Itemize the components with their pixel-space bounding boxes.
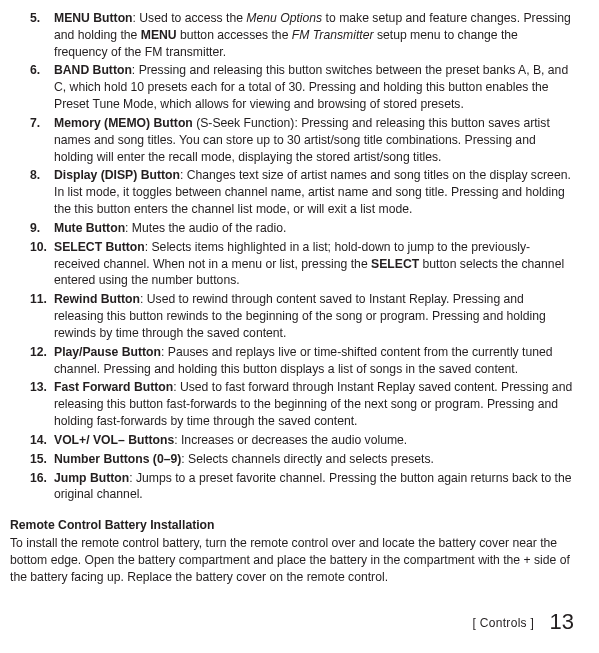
item-title: Fast Forward Button — [54, 380, 173, 394]
item-title: BAND Button — [54, 63, 132, 77]
section-body: To install the remote control battery, t… — [10, 535, 574, 585]
list-item: 10. SELECT Button: Selects items highlig… — [30, 239, 574, 289]
page-footer: [ Controls ] 13 — [473, 607, 574, 637]
item-title: Number Buttons (0–9) — [54, 452, 181, 466]
item-number: 9. — [30, 220, 40, 237]
item-title: MENU Button — [54, 11, 133, 25]
item-body: Memory (MEMO) Button (S-Seek Function): … — [54, 115, 574, 165]
numbered-list: 5. MENU Button: Used to access the Menu … — [30, 10, 574, 503]
item-body: Mute Button: Mutes the audio of the radi… — [54, 220, 574, 237]
list-item: 7. Memory (MEMO) Button (S-Seek Function… — [30, 115, 574, 165]
item-title: Jump Button — [54, 471, 129, 485]
item-body: Play/Pause Button: Pauses and replays li… — [54, 344, 574, 378]
item-number: 16. — [30, 470, 47, 487]
section-title: Remote Control Battery Installation — [10, 517, 574, 534]
list-item: 5. MENU Button: Used to access the Menu … — [30, 10, 574, 60]
item-number: 11. — [30, 291, 47, 308]
list-item: 9. Mute Button: Mutes the audio of the r… — [30, 220, 574, 237]
item-title: VOL+/ VOL– Buttons — [54, 433, 174, 447]
item-title: Play/Pause Button — [54, 345, 161, 359]
item-body: VOL+/ VOL– Buttons: Increases or decreas… — [54, 432, 574, 449]
item-title: Memory (MEMO) Button — [54, 116, 193, 130]
list-item: 15. Number Buttons (0–9): Selects channe… — [30, 451, 574, 468]
item-number: 12. — [30, 344, 47, 361]
list-item: 6. BAND Button: Pressing and releasing t… — [30, 62, 574, 112]
item-number: 10. — [30, 239, 47, 256]
list-item: 16. Jump Button: Jumps to a preset favor… — [30, 470, 574, 504]
list-item: 11. Rewind Button: Used to rewind throug… — [30, 291, 574, 341]
item-body: Number Buttons (0–9): Selects channels d… — [54, 451, 574, 468]
item-title: Display (DISP) Button — [54, 168, 180, 182]
item-body: MENU Button: Used to access the Menu Opt… — [54, 10, 574, 60]
item-body: Rewind Button: Used to rewind through co… — [54, 291, 574, 341]
item-number: 6. — [30, 62, 40, 79]
item-title: Mute Button — [54, 221, 125, 235]
item-number: 13. — [30, 379, 47, 396]
item-number: 14. — [30, 432, 47, 449]
item-number: 7. — [30, 115, 40, 132]
item-title: SELECT Button — [54, 240, 145, 254]
item-body: Display (DISP) Button: Changes text size… — [54, 167, 574, 217]
item-body: SELECT Button: Selects items highlighted… — [54, 239, 574, 289]
item-body: Jump Button: Jumps to a preset favorite … — [54, 470, 574, 504]
page-number: 13 — [550, 609, 574, 634]
item-title: Rewind Button — [54, 292, 140, 306]
item-number: 5. — [30, 10, 40, 27]
item-number: 15. — [30, 451, 47, 468]
list-item: 13. Fast Forward Button: Used to fast fo… — [30, 379, 574, 429]
list-item: 12. Play/Pause Button: Pauses and replay… — [30, 344, 574, 378]
list-item: 14. VOL+/ VOL– Buttons: Increases or dec… — [30, 432, 574, 449]
footer-section-label: [ Controls ] — [473, 616, 535, 630]
item-number: 8. — [30, 167, 40, 184]
item-body: BAND Button: Pressing and releasing this… — [54, 62, 574, 112]
list-item: 8. Display (DISP) Button: Changes text s… — [30, 167, 574, 217]
item-body: Fast Forward Button: Used to fast forwar… — [54, 379, 574, 429]
